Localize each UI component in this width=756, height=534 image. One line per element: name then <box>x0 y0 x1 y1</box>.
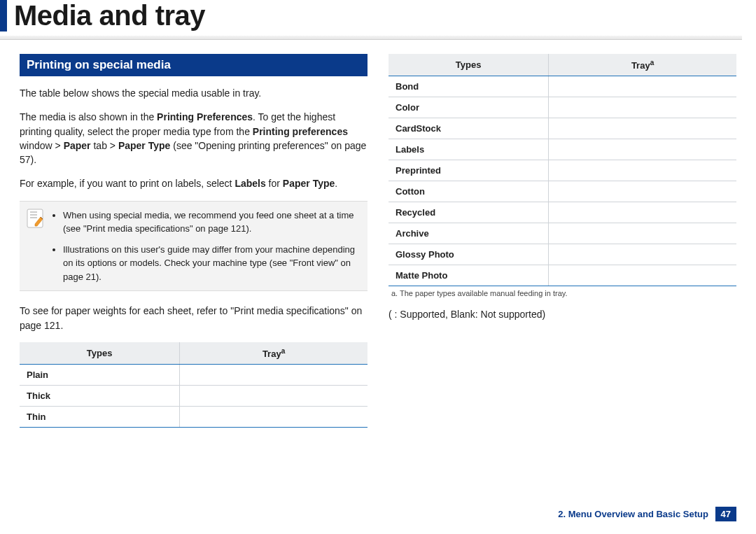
tray-cell <box>180 365 368 386</box>
page-title-bar: Media and tray <box>0 0 756 31</box>
preferences-paragraph: The media is also shown in the Printing … <box>20 110 368 167</box>
media-table-left-body: Plain Thick Thin <box>20 365 368 428</box>
table-row: CardStock <box>388 118 736 139</box>
intro-paragraph: The table below shows the special media … <box>20 86 368 100</box>
content-columns: Printing on special media The table belo… <box>0 54 756 428</box>
title-divider <box>0 36 742 40</box>
th-tray-label: Tray <box>262 349 281 359</box>
page-number: 47 <box>715 507 736 521</box>
th-types: Types <box>388 54 549 76</box>
table-row: Matte Photo <box>388 265 736 286</box>
note-item-1: When using special media, we recommend y… <box>63 209 359 236</box>
table-row: Glossy Photo <box>388 244 736 265</box>
type-cell: Color <box>388 97 549 118</box>
type-cell: Matte Photo <box>388 265 549 286</box>
th-types: Types <box>20 342 180 365</box>
note-box: When using special media, we recommend y… <box>20 201 368 292</box>
bold-paper-type: Paper Type <box>118 140 170 151</box>
table-row: Archive <box>388 223 736 244</box>
th-tray: Traya <box>180 342 368 365</box>
table-row: Cotton <box>388 181 736 202</box>
type-cell: Bond <box>388 76 549 97</box>
media-table-right-body: Bond Color CardStock Labels Preprinted C… <box>388 76 736 286</box>
tray-cell <box>549 118 736 139</box>
type-cell: Cotton <box>388 181 549 202</box>
type-cell: Plain <box>20 365 180 386</box>
tray-cell <box>180 386 368 407</box>
left-column: Printing on special media The table belo… <box>20 54 368 428</box>
bold-printing-preferences: Printing Preferences <box>157 111 253 122</box>
table-row: Recycled <box>388 202 736 223</box>
table-row: Thick <box>20 386 368 407</box>
example-paragraph: For example, if you want to print on lab… <box>20 176 368 190</box>
type-cell: Recycled <box>388 202 549 223</box>
footer: 2. Menu Overview and Basic Setup 47 <box>558 507 736 521</box>
tray-cell <box>549 202 736 223</box>
table-row: Thin <box>20 407 368 428</box>
type-cell: Glossy Photo <box>388 244 549 265</box>
text: . <box>335 178 337 189</box>
table-row: Color <box>388 97 736 118</box>
tray-cell <box>549 223 736 244</box>
footer-chapter: 2. Menu Overview and Basic Setup <box>558 509 708 519</box>
weights-paragraph: To see for paper weights for each sheet,… <box>20 304 368 332</box>
table-footnote: a. The paper types available manual feed… <box>391 289 736 297</box>
th-tray-sup: a <box>281 347 286 355</box>
note-item-2: Illustrations on this user's guide may d… <box>63 243 359 284</box>
table-row: Bond <box>388 76 736 97</box>
type-cell: CardStock <box>388 118 549 139</box>
legend-paragraph: ( : Supported, Blank: Not supported) <box>388 307 736 321</box>
tray-cell <box>549 97 736 118</box>
type-cell: Thick <box>20 386 180 407</box>
bold-paper-type-2: Paper Type <box>283 178 335 189</box>
table-row: Labels <box>388 139 736 160</box>
note-icon <box>27 209 43 228</box>
right-column: Types Traya Bond Color CardStock Labels … <box>388 54 736 428</box>
media-table-left: Types Traya Plain Thick Thin <box>20 342 368 428</box>
tray-cell <box>180 407 368 428</box>
type-cell: Labels <box>388 139 549 160</box>
text: for <box>266 178 283 189</box>
text: window > <box>20 140 64 151</box>
type-cell: Preprinted <box>388 160 549 181</box>
tray-cell <box>549 244 736 265</box>
tray-cell <box>549 139 736 160</box>
media-table-right: Types Traya Bond Color CardStock Labels … <box>388 54 736 286</box>
text: The media is also shown in the <box>20 111 157 122</box>
th-tray-sup: a <box>650 59 654 66</box>
tray-cell <box>549 265 736 286</box>
bold-paper: Paper <box>64 140 91 151</box>
bold-labels: Labels <box>234 178 265 189</box>
type-cell: Thin <box>20 407 180 428</box>
section-heading: Printing on special media <box>20 54 368 76</box>
th-tray: Traya <box>549 54 736 76</box>
table-row: Plain <box>20 365 368 386</box>
page-title: Media and tray <box>14 0 756 31</box>
bold-printing-preferences-2: Printing preferences <box>253 126 348 137</box>
tray-cell <box>549 76 736 97</box>
type-cell: Archive <box>388 223 549 244</box>
text: For example, if you want to print on lab… <box>20 178 234 189</box>
text: tab > <box>91 140 118 151</box>
tray-cell <box>549 181 736 202</box>
table-row: Preprinted <box>388 160 736 181</box>
th-tray-label: Tray <box>631 60 650 71</box>
tray-cell <box>549 160 736 181</box>
